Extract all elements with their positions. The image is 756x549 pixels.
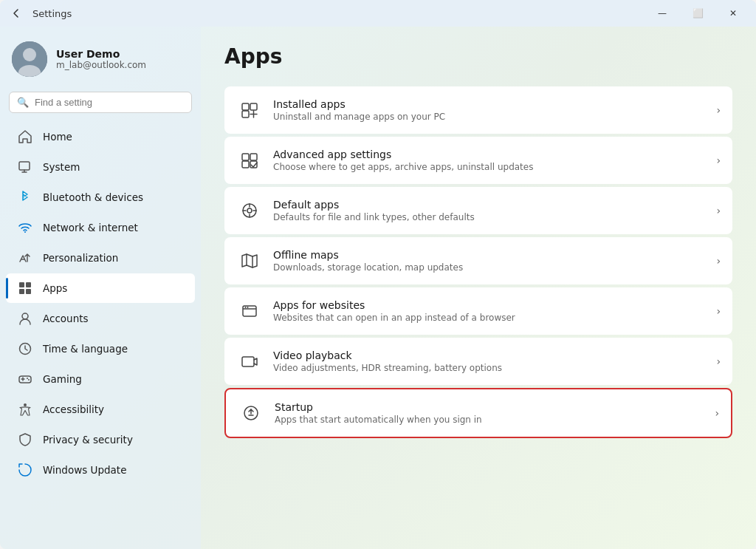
- sidebar-nav: Home System: [0, 122, 201, 485]
- offline-maps-text: Offline maps Downloads, storage location…: [273, 249, 716, 273]
- default-apps-text: Default apps Defaults for file and link …: [273, 199, 716, 222]
- maximize-button[interactable]: ⬜: [681, 1, 715, 25]
- advanced-apps-chevron: ›: [716, 154, 721, 166]
- settings-item-default-apps[interactable]: Default apps Defaults for file and link …: [224, 187, 732, 234]
- settings-item-offline-maps[interactable]: Offline maps Downloads, storage location…: [224, 237, 732, 284]
- sidebar-item-gaming-label: Gaming: [43, 373, 82, 385]
- apps-websites-title: Apps for websites: [273, 299, 716, 311]
- privacy-icon: [18, 432, 32, 447]
- settings-item-apps-websites[interactable]: Apps for websites Websites that can open…: [224, 287, 732, 335]
- settings-window: Settings — ⬜ ✕ User Demo m_l: [0, 0, 756, 549]
- offline-maps-icon: [236, 248, 263, 274]
- page-title: Apps: [224, 44, 732, 69]
- sidebar-item-accounts-label: Accounts: [43, 313, 89, 324]
- video-playback-icon: [236, 348, 263, 375]
- sidebar-item-home-label: Home: [43, 131, 72, 143]
- default-apps-title: Default apps: [273, 199, 716, 211]
- settings-item-installed-apps[interactable]: Installed apps Uninstall and manage apps…: [224, 86, 732, 134]
- sidebar: User Demo m_lab@outlook.com 🔍: [0, 27, 201, 549]
- system-icon: [18, 160, 32, 174]
- user-email: m_lab@outlook.com: [56, 60, 146, 70]
- titlebar: Settings — ⬜ ✕: [0, 0, 756, 27]
- main-content: Apps Installed apps Uninstall: [201, 27, 756, 549]
- svg-rect-6: [26, 282, 31, 287]
- user-name: User Demo: [56, 48, 146, 60]
- home-icon: [18, 129, 32, 144]
- svg-point-4: [24, 231, 26, 233]
- svg-rect-8: [26, 289, 31, 294]
- advanced-apps-text: Advanced app settings Choose where to ge…: [273, 149, 716, 172]
- close-button[interactable]: ✕: [716, 1, 750, 25]
- window-controls: — ⬜ ✕: [645, 1, 750, 25]
- avatar: [12, 41, 47, 77]
- svg-point-23: [247, 208, 252, 213]
- content-area: User Demo m_lab@outlook.com 🔍: [0, 27, 756, 549]
- apps-websites-desc: Websites that can open in an app instead…: [273, 313, 716, 323]
- apps-websites-text: Apps for websites Websites that can open…: [273, 299, 716, 323]
- sidebar-item-time[interactable]: Time & language: [6, 334, 195, 364]
- installed-apps-text: Installed apps Uninstall and manage apps…: [273, 98, 716, 122]
- minimize-button[interactable]: —: [645, 1, 679, 25]
- sidebar-item-apps[interactable]: Apps: [6, 273, 195, 303]
- video-playback-chevron: ›: [716, 355, 721, 367]
- sidebar-item-home[interactable]: Home: [6, 122, 195, 151]
- sidebar-item-update-label: Windows Update: [43, 464, 126, 476]
- accessibility-icon: [18, 402, 32, 417]
- sidebar-item-personalization-label: Personalization: [43, 252, 118, 264]
- settings-item-startup[interactable]: Startup Apps that start automatically wh…: [224, 388, 732, 438]
- svg-rect-15: [242, 103, 249, 110]
- svg-point-9: [22, 313, 28, 319]
- sidebar-item-apps-label: Apps: [43, 282, 67, 294]
- user-profile: User Demo m_lab@outlook.com: [0, 33, 201, 92]
- svg-rect-7: [19, 289, 24, 294]
- offline-maps-title: Offline maps: [273, 249, 716, 261]
- sidebar-item-system[interactable]: System: [6, 152, 195, 182]
- video-playback-desc: Video adjustments, HDR streaming, batter…: [273, 363, 716, 373]
- sidebar-item-bluetooth[interactable]: Bluetooth & devices: [6, 183, 195, 212]
- search-box[interactable]: 🔍: [9, 92, 192, 113]
- settings-item-advanced-apps[interactable]: Advanced app settings Choose where to ge…: [224, 137, 732, 184]
- time-icon: [18, 341, 32, 356]
- video-playback-title: Video playback: [273, 349, 716, 361]
- svg-rect-3: [19, 162, 30, 170]
- svg-rect-27: [242, 357, 254, 366]
- startup-title: Startup: [275, 401, 715, 413]
- settings-list: Installed apps Uninstall and manage apps…: [224, 86, 732, 438]
- offline-maps-chevron: ›: [716, 255, 721, 267]
- sidebar-item-time-label: Time & language: [43, 343, 128, 355]
- svg-rect-16: [250, 103, 257, 110]
- gaming-icon: [18, 372, 32, 386]
- startup-icon: [238, 400, 264, 426]
- sidebar-item-gaming[interactable]: Gaming: [6, 364, 195, 394]
- svg-rect-5: [19, 282, 24, 287]
- sidebar-item-personalization[interactable]: Personalization: [6, 243, 195, 273]
- advanced-apps-icon: [236, 147, 263, 174]
- installed-apps-title: Installed apps: [273, 98, 716, 110]
- installed-apps-icon: [236, 97, 263, 123]
- sidebar-item-privacy[interactable]: Privacy & security: [6, 425, 195, 454]
- offline-maps-desc: Downloads, storage location, map updates: [273, 262, 716, 273]
- bluetooth-icon: [18, 190, 32, 205]
- sidebar-item-update[interactable]: Windows Update: [6, 455, 195, 485]
- svg-point-13: [28, 379, 30, 381]
- sidebar-item-network[interactable]: Network & internet: [6, 213, 195, 242]
- apps-icon: [18, 281, 32, 296]
- advanced-apps-desc: Choose where to get apps, archive apps, …: [273, 162, 716, 172]
- search-input[interactable]: [35, 97, 184, 108]
- sidebar-item-accessibility-label: Accessibility: [43, 403, 104, 415]
- network-icon: [18, 220, 32, 235]
- svg-rect-17: [242, 111, 249, 117]
- apps-websites-icon: [236, 298, 263, 324]
- sidebar-item-network-label: Network & internet: [43, 222, 138, 233]
- sidebar-item-accounts[interactable]: Accounts: [6, 304, 195, 333]
- video-playback-text: Video playback Video adjustments, HDR st…: [273, 349, 716, 373]
- sidebar-item-accessibility[interactable]: Accessibility: [6, 395, 195, 424]
- installed-apps-chevron: ›: [716, 104, 721, 116]
- titlebar-title: Settings: [32, 8, 72, 19]
- back-button[interactable]: [6, 3, 27, 24]
- svg-point-1: [23, 48, 36, 61]
- sidebar-item-privacy-label: Privacy & security: [43, 434, 133, 446]
- svg-point-25: [245, 307, 247, 308]
- settings-item-video-playback[interactable]: Video playback Video adjustments, HDR st…: [224, 338, 732, 385]
- user-info: User Demo m_lab@outlook.com: [56, 48, 146, 70]
